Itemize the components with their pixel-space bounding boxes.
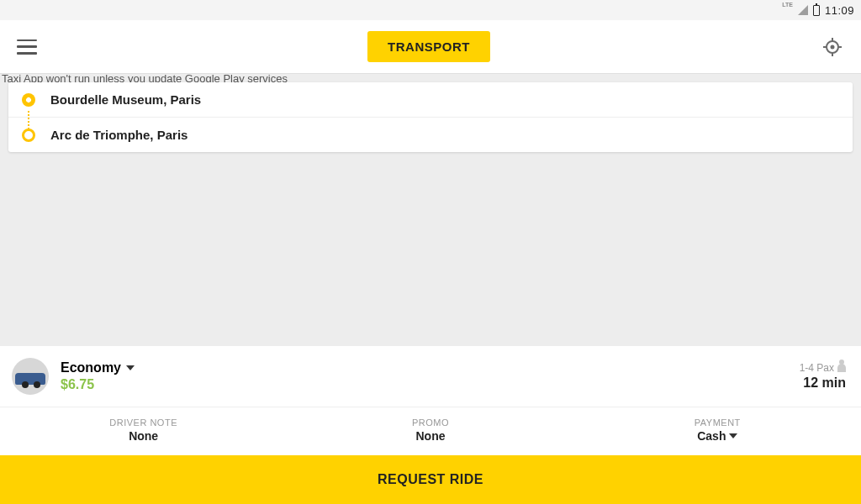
driver-note-option[interactable]: DRIVER NOTE None bbox=[0, 407, 287, 455]
svg-point-1 bbox=[831, 45, 835, 49]
route-card: Bourdelle Museum, Paris Arc de Triomphe,… bbox=[8, 82, 853, 152]
destination-row[interactable]: Arc de Triomphe, Paris bbox=[8, 117, 853, 152]
pax-label: 1-4 Pax bbox=[800, 362, 834, 374]
ride-summary-row: Economy $6.75 1-4 Pax 12 min bbox=[0, 346, 861, 407]
chevron-down-icon bbox=[729, 433, 737, 438]
request-ride-button[interactable]: REQUEST RIDE bbox=[0, 455, 861, 504]
update-warning: Taxi App won't run unless you update Goo… bbox=[0, 74, 861, 82]
options-row: DRIVER NOTE None PROMO None PAYMENT Cash bbox=[0, 407, 861, 455]
vehicle-avatar bbox=[12, 358, 49, 395]
status-bar: LTE 11:09 bbox=[0, 0, 861, 20]
payment-label: PAYMENT bbox=[574, 417, 861, 428]
ride-class-selector[interactable]: Economy bbox=[61, 360, 800, 375]
bottom-panel: Economy $6.75 1-4 Pax 12 min DRIVER NOTE… bbox=[0, 346, 861, 504]
crosshair-icon bbox=[822, 37, 843, 57]
transport-tab[interactable]: TRANSPORT bbox=[367, 31, 490, 62]
app-header: TRANSPORT bbox=[0, 20, 861, 74]
locate-me-button[interactable] bbox=[821, 35, 844, 59]
promo-label: PROMO bbox=[287, 417, 573, 428]
clock: 11:09 bbox=[825, 4, 854, 17]
payment-value: Cash bbox=[697, 429, 726, 443]
promo-value: None bbox=[415, 429, 445, 443]
destination-icon bbox=[22, 129, 35, 142]
person-icon bbox=[837, 364, 846, 372]
origin-label: Bourdelle Museum, Paris bbox=[50, 92, 201, 107]
menu-icon[interactable] bbox=[17, 39, 37, 55]
signal-icon bbox=[798, 5, 808, 15]
destination-label: Arc de Triomphe, Paris bbox=[50, 128, 188, 142]
eta-label: 12 min bbox=[800, 375, 846, 391]
ride-price: $6.75 bbox=[61, 377, 800, 392]
driver-note-value: None bbox=[129, 429, 158, 443]
network-indicator: LTE bbox=[782, 2, 793, 8]
ride-class-label: Economy bbox=[61, 360, 121, 375]
driver-note-label: DRIVER NOTE bbox=[0, 417, 287, 428]
origin-icon bbox=[22, 93, 35, 107]
promo-option[interactable]: PROMO None bbox=[287, 407, 573, 455]
route-connector-line bbox=[28, 111, 29, 129]
battery-icon bbox=[813, 5, 820, 16]
chevron-down-icon bbox=[126, 365, 135, 370]
pax-info: 1-4 Pax bbox=[800, 362, 846, 374]
payment-option[interactable]: PAYMENT Cash bbox=[574, 407, 861, 455]
origin-row[interactable]: Bourdelle Museum, Paris bbox=[8, 82, 853, 117]
